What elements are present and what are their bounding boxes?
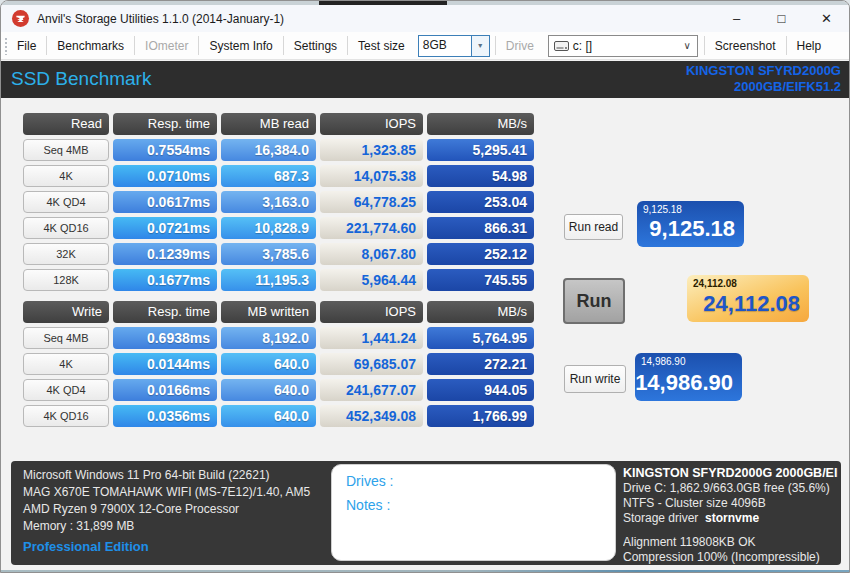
menu-file[interactable]: File	[8, 33, 45, 59]
motherboard-line: MAG X670E TOMAHAWK WIFI (MS-7E12)/1.40, …	[23, 484, 310, 501]
menu-separator	[704, 36, 705, 55]
title-bar: Anvil's Storage Utilities 1.1.0 (2014-Ja…	[1, 5, 849, 32]
row-label-button[interactable]: 4K	[23, 353, 109, 375]
system-info-panel: Microsoft Windows 11 Pro 64-bit Build (2…	[11, 461, 841, 565]
column-header-resp: Resp. time	[113, 113, 217, 135]
cell-mb: 3,785.6	[221, 243, 316, 265]
anvil-app-icon	[12, 10, 29, 27]
cell-mb: 640.0	[221, 405, 316, 427]
row-label-button[interactable]: 4K QD16	[23, 217, 109, 239]
cell-iops: 1,323.85	[320, 139, 423, 161]
menu-separator	[134, 36, 135, 55]
storage-driver-line: Storage driver stornvme	[623, 511, 838, 526]
read-score-value: 9,125.18	[649, 216, 735, 242]
cell-mb: 640.0	[221, 379, 316, 401]
menu-separator	[46, 36, 47, 55]
column-header-mbps: MB/s	[427, 113, 534, 135]
column-header-mbps: MB/s	[427, 301, 534, 323]
cell-resp: 0.0356ms	[113, 405, 217, 427]
cell-mbps: 272.21	[427, 353, 534, 375]
row-label-button[interactable]: 4K QD4	[23, 379, 109, 401]
row-label-button[interactable]: 4K QD16	[23, 405, 109, 427]
cell-resp: 0.7554ms	[113, 139, 217, 161]
cpu-line: AMD Ryzen 9 7900X 12-Core Processor	[23, 501, 310, 518]
cell-mb: 8,192.0	[221, 327, 316, 349]
write-results-table: WriteResp. timeMB writtenIOPSMB/sSeq 4MB…	[23, 301, 534, 427]
cell-mbps: 5,764.95	[427, 327, 534, 349]
row-label-button[interactable]: Seq 4MB	[23, 327, 109, 349]
cell-iops: 8,067.80	[320, 243, 423, 265]
test-size-select[interactable]: 8GB ▼	[418, 35, 490, 57]
row-label-button[interactable]: 32K	[23, 243, 109, 265]
drive-capacity-line: Drive C: 1,862.9/663.0GB free (35.6%)	[623, 481, 838, 496]
write-score-value: 14,986.90	[635, 370, 733, 396]
alignment-line: Alignment 119808KB OK	[623, 535, 838, 550]
menu-system-info[interactable]: System Info	[200, 33, 281, 59]
read-score-small: 9,125.18	[643, 204, 682, 215]
window-title: Anvil's Storage Utilities 1.1.0 (2014-Ja…	[37, 12, 284, 26]
cell-resp: 0.0144ms	[113, 353, 217, 375]
cell-mb: 640.0	[221, 353, 316, 375]
cell-mbps: 1,766.99	[427, 405, 534, 427]
benchmark-header-band: SSD Benchmark KINGSTON SFYRD2000G 2000GB…	[1, 61, 849, 98]
row-label-button[interactable]: 4K	[23, 165, 109, 187]
cell-iops: 241,677.07	[320, 379, 423, 401]
device-name-line2: 2000GB/EIFK51.2	[686, 79, 841, 95]
system-info-text: Microsoft Windows 11 Pro 64-bit Build (2…	[23, 467, 310, 535]
cell-resp: 0.0166ms	[113, 379, 217, 401]
row-label-button[interactable]: Seq 4MB	[23, 139, 109, 161]
column-header-iops: IOPS	[320, 113, 423, 135]
total-score-box: 24,112.08 24,112.08	[687, 275, 809, 322]
menu-benchmarks[interactable]: Benchmarks	[48, 33, 133, 59]
drive-label: Drive	[497, 33, 543, 59]
cell-mbps: 5,295.41	[427, 139, 534, 161]
filesystem-line: NTFS - Cluster size 4096B	[623, 496, 838, 511]
run-read-button[interactable]: Run read	[564, 214, 623, 240]
column-header-mb: MB read	[221, 113, 316, 135]
cell-mb: 16,384.0	[221, 139, 316, 161]
memory-line: Memory : 31,899 MB	[23, 518, 310, 535]
drives-notes-box[interactable]: Drives : Notes :	[331, 464, 616, 561]
row-label-button[interactable]: 128K	[23, 269, 109, 291]
menu-separator	[786, 36, 787, 55]
menu-separator	[495, 36, 496, 55]
menu-help[interactable]: Help	[788, 33, 831, 59]
cell-resp: 0.0617ms	[113, 191, 217, 213]
compression-line: Compression 100% (Incompressible)	[623, 550, 838, 565]
cell-mb: 687.3	[221, 165, 316, 187]
write-score-small: 14,986.90	[641, 356, 686, 367]
cell-mb: 11,195.3	[221, 269, 316, 291]
cell-mbps: 745.55	[427, 269, 534, 291]
cell-mbps: 253.04	[427, 191, 534, 213]
column-header-label: Read	[23, 113, 109, 135]
run-button[interactable]: Run	[563, 278, 625, 324]
menu-iometer: IOmeter	[136, 33, 197, 59]
row-label-button[interactable]: 4K QD4	[23, 191, 109, 213]
notes-label: Notes :	[346, 497, 615, 513]
total-score-value: 24,112.08	[703, 291, 800, 317]
cell-iops: 452,349.08	[320, 405, 423, 427]
cell-mbps: 866.31	[427, 217, 534, 239]
column-header-label: Write	[23, 301, 109, 323]
storage-driver-value: stornvme	[705, 511, 759, 525]
close-button[interactable]: ✕	[804, 5, 849, 32]
cell-mb: 10,828.9	[221, 217, 316, 239]
cell-iops: 1,441.24	[320, 327, 423, 349]
cell-mbps: 252.12	[427, 243, 534, 265]
os-line: Microsoft Windows 11 Pro 64-bit Build (2…	[23, 467, 310, 484]
run-write-button[interactable]: Run write	[564, 365, 626, 393]
chevron-down-icon[interactable]: ▼	[471, 36, 489, 56]
menu-screenshot[interactable]: Screenshot	[706, 33, 785, 59]
drives-label: Drives :	[346, 473, 615, 489]
drive-select[interactable]: c: [] ∨	[548, 35, 698, 57]
chevron-down-icon[interactable]: ∨	[683, 40, 690, 51]
total-score-small: 24,112.08	[693, 278, 737, 289]
minimize-button[interactable]: –	[714, 5, 759, 32]
menu-settings[interactable]: Settings	[285, 33, 346, 59]
menu-separator	[198, 36, 199, 55]
cell-mb: 3,163.0	[221, 191, 316, 213]
read-results-table: ReadResp. timeMB readIOPSMB/sSeq 4MB0.75…	[23, 113, 534, 291]
device-name-line1: KINGSTON SFYRD2000G	[686, 63, 841, 79]
cell-resp: 0.0710ms	[113, 165, 217, 187]
maximize-button[interactable]: □	[759, 5, 804, 32]
